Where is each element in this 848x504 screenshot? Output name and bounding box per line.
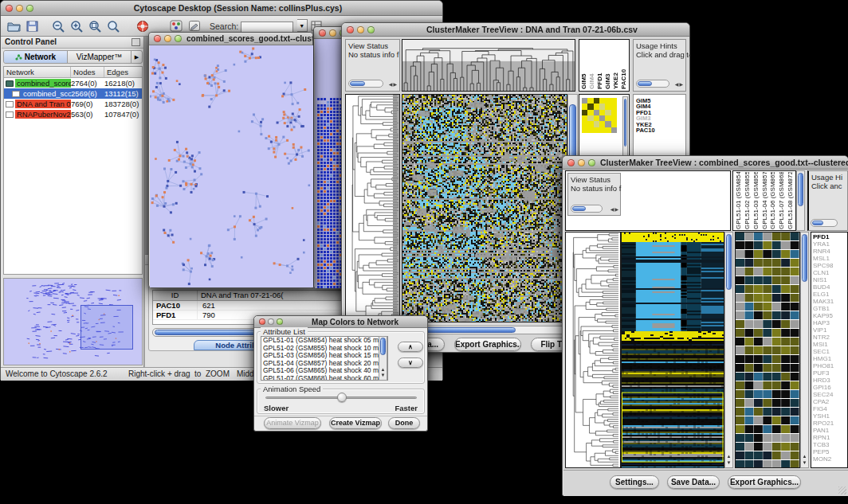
matrix-cell[interactable] [587,110,593,115]
tv2-gene-label[interactable]: PEP5 [813,448,846,455]
tv2-status-scrollbar[interactable] [571,205,603,213]
matrix-cell[interactable] [605,115,610,121]
tv1-zoom-row-label[interactable]: PAC10 [636,127,655,133]
treeview2-titlebar[interactable]: ClusterMaker TreeView : combined_scores_… [563,156,848,170]
tv2-column-label[interactable]: GPL51-04 (GSM857) [760,172,769,229]
network1-view[interactable] [150,45,313,287]
close-button[interactable] [259,318,265,325]
tv1-column-label[interactable]: YKE2 [612,41,620,89]
search-input[interactable] [241,21,293,33]
matrix-cell[interactable] [587,115,593,121]
matrix-cell[interactable] [611,110,617,115]
tv2-gene-label[interactable]: HRD3 [813,377,846,384]
network-row[interactable]: DNA and Tran 07769(0)183728(0) [4,99,142,109]
tv2-gene-label[interactable]: RNR4 [813,248,846,255]
tv1-heatmap[interactable] [402,94,567,322]
network-row[interactable]: RNAPuberNov2+563(0)107847(0) [4,109,142,119]
zoom-fit-icon[interactable] [106,18,122,34]
tv2-button-0[interactable]: Settings... [610,475,659,489]
move-up-button[interactable]: ∧ [398,342,423,352]
zoom-button[interactable] [588,159,595,166]
close-button[interactable] [6,5,13,12]
matrix-cell[interactable] [599,127,605,133]
tv2-gene-label[interactable]: PUF3 [813,369,846,377]
tv2-gene-label[interactable]: RPO21 [813,420,846,427]
help-lifesaver-icon[interactable] [135,18,151,34]
matrix-cell[interactable] [605,121,610,127]
tv2-gene-label[interactable]: VIP1 [813,326,846,334]
tv1-column-label[interactable]: PAC10 [620,41,628,89]
tv2-gene-label[interactable]: GPI16 [813,384,846,391]
tv2-hints-scrollbar[interactable] [811,219,838,227]
network-overview-panel[interactable] [3,278,143,365]
search-dropdown-arrow[interactable]: ▼ [297,19,308,32]
matrix-cell[interactable] [611,115,617,121]
minimize-button[interactable] [578,159,585,166]
open-icon[interactable] [6,18,22,34]
tv2-gene-label[interactable]: MON2 [813,455,846,463]
tv2-gene-label[interactable]: RPN1 [813,434,846,441]
tv2-gene-label[interactable]: PHO81 [813,362,846,369]
matrix-cell[interactable] [582,127,587,133]
map-dialog-button-animate-vizmap[interactable]: Animate Vizmap [264,417,321,429]
matrix-cell[interactable] [594,121,599,127]
close-button[interactable] [567,159,575,166]
tv1-hints-scroll-arrows[interactable]: ◀▶ [675,81,684,87]
matrix-cell[interactable] [599,104,605,109]
float-panel-icon[interactable] [132,38,140,46]
tv2-column-dendrogram[interactable]: View Status No status info f ◀▶ [565,170,731,231]
tv1-button-1[interactable]: Export Graphics... [454,338,521,351]
zoom-in-icon[interactable] [69,18,85,34]
main-titlebar[interactable]: Cytoscape Desktop (Session Name: collins… [1,1,442,16]
tv2-gene-label[interactable]: HMG1 [813,355,846,362]
tv2-gene-label[interactable]: MSL1 [813,255,846,262]
zoom-out-icon[interactable] [51,18,67,34]
tv2-gene-label[interactable]: SEC1 [813,348,846,355]
minimize-button[interactable] [329,29,336,37]
network-row[interactable]: combined_scores2764(0)16218(0) [4,78,142,88]
matrix-cell[interactable] [611,121,617,127]
tv2-gene-label[interactable]: CPA2 [813,398,846,405]
tab-overflow-arrow[interactable]: ▶ [131,51,142,63]
matrix-cell[interactable] [594,104,599,109]
zoom-button[interactable] [367,26,375,33]
tv2-column-label[interactable]: GPL51-07 (GSM868) [777,172,786,229]
tv1-column-label[interactable]: GIM4 [588,41,596,89]
minimize-button[interactable] [164,35,171,42]
tv2-row-dendrogram[interactable] [565,232,621,468]
tv2-gene-label[interactable]: PAN1 [813,427,846,434]
minimize-button[interactable] [357,26,364,33]
tv1-zoom-matrix[interactable] [582,98,617,133]
matrix-cell[interactable] [599,98,605,104]
matrix-cell[interactable] [587,98,593,104]
matrix-cell[interactable] [582,121,587,127]
tv2-gene-label[interactable]: PFD1 [813,233,846,240]
minimize-button[interactable] [268,318,274,325]
tv2-gene-label[interactable]: KAP95 [813,312,846,319]
speed-slider-thumb[interactable] [337,393,347,402]
tv2-gene-label[interactable]: YSH1 [813,412,846,420]
tab-vizmapper[interactable]: VizMapper™ [68,51,131,63]
matrix-cell[interactable] [611,104,617,109]
tv2-heatmap-vscrollbar[interactable]: ▲▼ [724,232,733,468]
attribute-list-item[interactable]: GPL51-07 (GSM868) heat shock 60 min [261,375,387,381]
tv2-gene-label[interactable]: HAP3 [813,319,846,326]
tv2-gene-label[interactable]: NIS1 [813,276,846,283]
matrix-cell[interactable] [594,110,599,115]
tv1-column-label[interactable]: PFD1 [596,41,604,89]
tv2-column-label[interactable]: GPL51-08 (GSM872) [786,172,795,229]
network-row[interactable]: combined_sco2569(6)13112(15) [4,88,142,99]
network1-titlebar[interactable]: combined_scores_good.txt--cluste... [149,33,312,45]
tv2-gene-label[interactable]: CLN1 [813,269,846,276]
tv1-column-dendrogram[interactable] [402,39,575,92]
tv2-zoom-vscrollbar[interactable]: ▲▼ [800,232,809,468]
tv2-column-label[interactable]: GPL51-06 (GSM865) [768,172,777,229]
matrix-cell[interactable] [587,104,593,109]
tv1-column-label[interactable]: GIM3 [604,41,612,89]
matrix-cell[interactable] [594,127,599,133]
move-down-button[interactable]: ∨ [398,357,423,368]
map-dialog-titlebar[interactable]: Map Colors to Network [254,316,427,328]
matrix-cell[interactable] [582,115,587,121]
close-button[interactable] [347,26,354,33]
matrix-cell[interactable] [594,98,599,104]
